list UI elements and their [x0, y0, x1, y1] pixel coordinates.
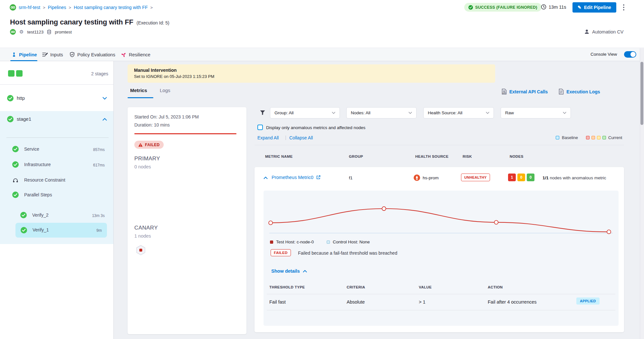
elapsed-time-value: 13m 11s — [549, 5, 566, 10]
control-host-swatch — [327, 240, 330, 244]
manual-intervention-banner: Manual Intervention Set to IGNORE on 05-… — [128, 64, 495, 83]
metric-group-value: f1 — [349, 175, 352, 180]
threshold-type-cell: Fail fast — [269, 299, 286, 305]
banner-title: Manual Intervention — [134, 68, 177, 73]
external-link-icon[interactable] — [316, 175, 321, 180]
tab-metrics[interactable]: Metrics — [130, 88, 147, 93]
breadcrumb-pipeline-name[interactable]: Host sampling canary testing with FF — [74, 5, 148, 10]
resource-constraint-icon — [13, 178, 18, 183]
check-circle-icon — [468, 5, 473, 10]
group-filter-dropdown[interactable]: Group: All — [270, 107, 340, 118]
health-source-filter-dropdown[interactable]: Health Source: All — [423, 107, 494, 118]
tab-inputs-label: Inputs — [50, 52, 63, 57]
health-source-filter-value: Health Source: All — [428, 110, 462, 115]
external-api-calls-link[interactable]: API External API Calls — [502, 89, 548, 95]
control-host-label: Control Host: None — [333, 240, 370, 244]
expand-all-link[interactable]: Expand All — [257, 135, 279, 140]
triggered-by: Automation CV — [584, 29, 624, 34]
console-view-toggle[interactable] — [624, 51, 636, 58]
view-mode-dropdown[interactable]: Raw — [501, 107, 571, 118]
test-host-swatch — [270, 240, 273, 244]
stages-sidebar: 2 stages http stage1 Service 857ms In — [0, 61, 114, 339]
chart-legend-test-host: Test Host: c-node-0 — [270, 240, 314, 244]
separator: | — [285, 135, 286, 140]
canary-node-hexagon[interactable] — [136, 245, 146, 255]
app-root: srm-hf-test > Pipelines > Host sampling … — [0, 0, 644, 339]
console-view-label: Console View — [591, 52, 617, 57]
sidebar-step-resource-constraint[interactable]: Resource Constraint — [0, 175, 113, 184]
step-label: Infrastructure — [24, 162, 51, 167]
legend-baseline-label: Baseline — [562, 135, 578, 140]
value-cell: > 1 — [419, 299, 426, 305]
chart-legend-control-host: Control Host: None — [327, 240, 370, 244]
breadcrumb-pipelines[interactable]: Pipelines — [48, 5, 66, 10]
check-circle-icon — [20, 212, 27, 218]
check-circle-icon — [7, 116, 14, 122]
chevron-down-icon — [409, 112, 412, 114]
divider — [267, 294, 615, 294]
filter-funnel-icon[interactable] — [260, 110, 265, 116]
step-label: Service — [24, 146, 39, 152]
tab-pipeline[interactable]: Pipeline — [12, 48, 37, 61]
sidebar-step-verify1-selected[interactable]: Verify_1 9m — [15, 223, 107, 238]
toggle-knob — [630, 52, 636, 57]
test-host-label: Test Host: c-node-0 — [276, 240, 314, 244]
sidebar-step-parallel-steps[interactable]: Parallel Steps — [0, 190, 113, 199]
check-circle-icon — [12, 146, 19, 152]
legend-current-label: Current — [608, 135, 622, 140]
stage-status-square[interactable] — [8, 70, 14, 77]
legend-baseline-swatch — [556, 136, 559, 139]
col-header-metric-name: METRIC NAME — [265, 155, 293, 158]
show-details-label: Show details — [271, 268, 300, 274]
edit-pipeline-button[interactable]: ✎ Edit Pipeline — [572, 2, 616, 13]
legend-current-swatch-green — [602, 136, 606, 139]
stage-status-square[interactable] — [16, 70, 23, 77]
resilience-icon — [121, 52, 126, 57]
breadcrumb-project[interactable]: srm-hf-test — [19, 5, 40, 10]
page-title: Host sampling canary testing with FF(Exe… — [10, 18, 169, 26]
banner-subtitle: Set to IGNORE on 05-Jul-2023 1:15:23 PM — [134, 74, 214, 79]
check-circle-icon — [12, 192, 19, 198]
canary-node-count: 1 nodes — [134, 233, 151, 239]
col-header-health-source: HEALTH SOURCE — [415, 155, 448, 158]
criteria-cell: Absolute — [347, 299, 365, 305]
harness-project-icon — [10, 4, 16, 11]
col-header-criteria: CRITERIA — [347, 285, 365, 289]
health-source-name[interactable]: promtest — [55, 30, 72, 34]
metric-name-link[interactable]: Prometheus Metric0 — [272, 175, 313, 180]
step-duration: 9m — [96, 228, 102, 233]
step-duration: 13m 3s — [92, 213, 105, 218]
tab-inputs[interactable]: Inputs — [42, 48, 63, 61]
sidebar-step-infrastructure[interactable]: Infrastructure 617ms — [0, 160, 113, 169]
execution-logs-link[interactable]: Execution Logs — [559, 89, 600, 95]
scrollbar-thumb[interactable] — [640, 62, 643, 125]
tab-resilience[interactable]: Resilience — [121, 48, 150, 61]
nodes-filter-value: Nodes: All — [351, 110, 370, 115]
nodes-filter-dropdown[interactable]: Nodes: All — [346, 107, 417, 118]
action-cell: Fail after 4 occurrences — [488, 299, 537, 305]
sidebar-step-verify2[interactable]: Verify_2 13m 3s — [0, 211, 113, 220]
tab-logs[interactable]: Logs — [160, 88, 170, 93]
legend-current-swatch-orange — [591, 136, 595, 139]
collapse-row-chevron-up-icon[interactable] — [264, 176, 268, 179]
sidebar-stage-http[interactable]: http — [0, 91, 113, 106]
breadcrumb: srm-hf-test > Pipelines > Host sampling … — [10, 4, 153, 11]
sidebar-step-service[interactable]: Service 857ms — [0, 145, 113, 154]
kebab-menu-icon[interactable] — [623, 4, 624, 12]
sidebar-stage-stage1[interactable]: stage1 — [0, 114, 113, 128]
step-label: Verify_2 — [32, 212, 49, 218]
breadcrumb-separator: > — [43, 5, 45, 10]
tab-policy-evaluations[interactable]: Policy Evaluations — [70, 48, 115, 61]
col-header-risk: RISK — [463, 155, 472, 158]
metric-timeseries-chart[interactable] — [266, 192, 616, 238]
divider — [0, 84, 113, 85]
show-details-toggle[interactable]: Show details — [271, 268, 307, 274]
chevron-down-icon — [486, 112, 489, 114]
chevron-down-icon — [332, 112, 335, 114]
service-name[interactable]: test1123 — [27, 30, 43, 34]
collapse-all-link[interactable]: Collapse All — [289, 135, 313, 140]
anomalous-only-checkbox[interactable] — [257, 125, 263, 130]
stage-name: stage1 — [17, 116, 31, 122]
clock-icon — [541, 4, 546, 10]
node-badge-red: 1 — [508, 174, 516, 181]
